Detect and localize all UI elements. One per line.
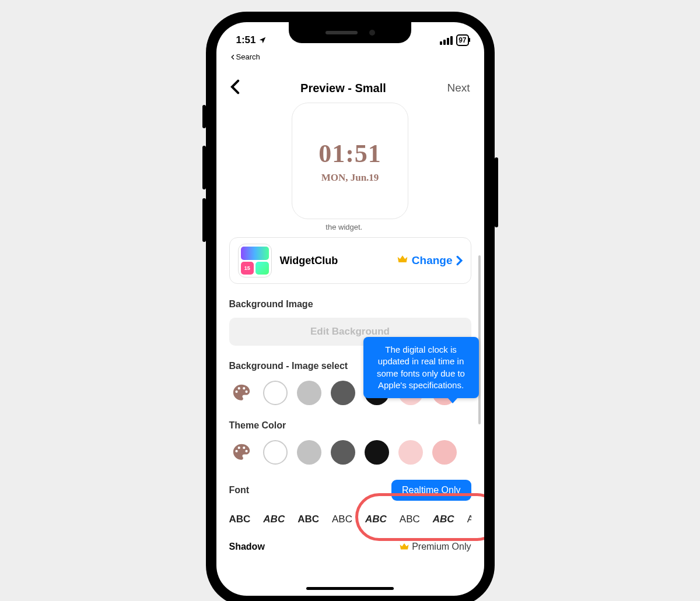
signal-icon (440, 36, 453, 45)
back-button[interactable] (230, 79, 240, 97)
open-app-row: Open App the widget. (229, 223, 471, 231)
color-darkgray[interactable] (331, 381, 355, 405)
font-sample-row: ABC ABC ABC ABC ABC ABC ABC A (229, 514, 471, 525)
battery-icon: 97 (456, 34, 468, 46)
color-pink2[interactable] (432, 440, 457, 465)
status-time: 1:51 (236, 34, 256, 46)
back-search-label: Search (236, 52, 260, 61)
side-button (202, 105, 206, 128)
bg-image-label: Background Image (229, 299, 471, 310)
edit-bg-label: Edit Background (310, 326, 390, 338)
nav-bar: Preview - Small Next (216, 69, 484, 103)
location-icon (258, 36, 267, 44)
color-darkgray[interactable] (331, 440, 355, 465)
color-white[interactable] (263, 440, 288, 465)
app-icon: 15 (238, 244, 272, 277)
color-black[interactable] (365, 440, 389, 465)
font-option[interactable]: ABC (229, 514, 251, 525)
chevron-right-icon (456, 255, 463, 266)
premium-only-badge: Premium Only (399, 542, 471, 552)
crown-icon (397, 254, 408, 268)
font-option[interactable]: ABC (365, 514, 387, 525)
color-pink1[interactable] (398, 440, 423, 465)
power-button (495, 157, 498, 227)
open-app-hint: the widget. (326, 223, 362, 231)
shadow-label: Shadow (229, 542, 265, 552)
phone-frame: 1:51 97 Search Preview - Small Next 01:5… (206, 12, 495, 601)
notch (289, 22, 411, 43)
font-option[interactable]: ABC (400, 514, 420, 525)
preview-date: MON, Jun.19 (321, 172, 379, 184)
next-button[interactable]: Next (447, 82, 470, 94)
font-option[interactable]: ABC (332, 514, 352, 525)
change-label: Change (412, 254, 453, 267)
screen: 1:51 97 Search Preview - Small Next 01:5… (216, 22, 484, 596)
volume-up-button (202, 146, 206, 189)
crown-icon (399, 542, 410, 552)
font-option[interactable]: ABC (433, 514, 454, 525)
color-white[interactable] (263, 381, 288, 405)
preview-time: 01:51 (318, 139, 382, 168)
font-option[interactable]: ABC (263, 514, 285, 525)
realtime-only-button[interactable]: Realtime Only (391, 480, 471, 501)
home-indicator[interactable] (306, 587, 394, 590)
change-app-button[interactable]: Change (397, 254, 463, 268)
widget-preview: 01:51 MON, Jun.19 (292, 103, 408, 219)
font-label: Font (229, 485, 250, 495)
font-option[interactable]: A (467, 514, 471, 525)
volume-down-button (202, 198, 206, 242)
open-app-card[interactable]: 15 WidgetClub Change (229, 237, 471, 284)
palette-icon[interactable] (229, 442, 254, 462)
color-lightgray[interactable] (297, 440, 321, 465)
back-to-search[interactable]: Search (230, 52, 260, 61)
theme-color-label: Theme Color (229, 420, 471, 431)
realtime-tooltip: The digital clock is updated in real tim… (363, 337, 479, 398)
page-title: Preview - Small (300, 82, 386, 95)
palette-icon[interactable] (229, 383, 254, 403)
color-lightgray[interactable] (297, 381, 321, 405)
theme-color-row (229, 440, 471, 465)
font-option[interactable]: ABC (298, 514, 319, 525)
app-name: WidgetClub (280, 255, 388, 267)
